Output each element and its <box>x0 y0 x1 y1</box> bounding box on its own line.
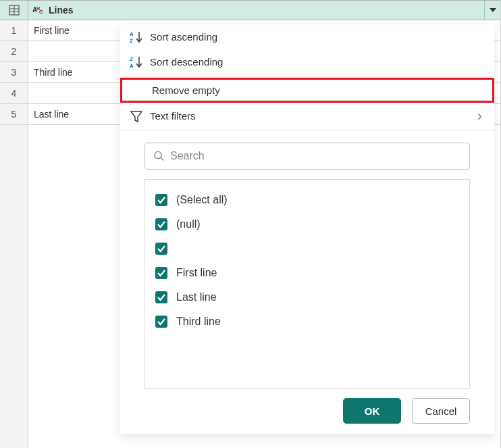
menu-item-label: Text filters <box>150 110 477 122</box>
table-header-row: A B C Lines <box>0 0 500 20</box>
filter-value-label: Third line <box>176 316 221 328</box>
svg-line-16 <box>161 157 163 160</box>
filter-icon <box>130 109 150 123</box>
menu-item-label: Remove empty <box>132 84 480 96</box>
svg-text:Z: Z <box>130 38 133 44</box>
filter-value-label: First line <box>176 267 217 279</box>
svg-rect-19 <box>155 243 167 255</box>
svg-rect-22 <box>155 316 167 328</box>
svg-text:A: A <box>130 31 134 37</box>
table-corner-cell[interactable] <box>0 1 28 20</box>
column-filter-popup: A Z Sort ascending Z A Sort descending R… <box>120 24 494 435</box>
filter-values-list: (Select all) (null) First line Last line… <box>144 179 470 389</box>
row-number: 1 <box>0 20 28 41</box>
filter-value-first-line[interactable]: First line <box>155 261 460 285</box>
svg-marker-14 <box>131 111 142 122</box>
text-filters-item[interactable]: Text filters › <box>120 103 494 128</box>
row-number: 4 <box>0 83 28 103</box>
checkbox-checked-icon <box>155 291 168 304</box>
search-box[interactable] <box>144 143 470 170</box>
row-number: 5 <box>0 104 28 124</box>
svg-text:Z: Z <box>130 56 133 62</box>
column-dropdown-button[interactable] <box>484 1 500 20</box>
sort-descending-item[interactable]: Z A Sort descending <box>120 49 494 74</box>
sort-ascending-item[interactable]: A Z Sort ascending <box>120 24 494 49</box>
remove-empty-item[interactable]: Remove empty <box>120 78 494 103</box>
menu-item-label: Sort descending <box>150 56 482 68</box>
table-icon <box>9 5 20 16</box>
column-header-lines[interactable]: A B C Lines <box>28 1 500 20</box>
svg-rect-21 <box>155 291 167 303</box>
svg-marker-7 <box>490 8 496 12</box>
svg-rect-18 <box>155 218 167 230</box>
sort-asc-icon: A Z <box>130 30 150 44</box>
sort-desc-icon: Z A <box>130 55 150 69</box>
filter-value-label: (null) <box>176 218 201 230</box>
menu-separator <box>120 130 494 130</box>
svg-rect-20 <box>155 267 167 279</box>
checkbox-checked-icon <box>155 315 168 328</box>
filter-null[interactable]: (null) <box>155 212 460 237</box>
checkbox-checked-icon <box>155 266 168 280</box>
button-label: Cancel <box>425 405 457 417</box>
text-type-icon: A B C <box>32 4 45 17</box>
filter-value-label: Last line <box>176 291 217 303</box>
filter-value-label: (Select all) <box>176 194 228 206</box>
button-label: OK <box>365 405 380 417</box>
search-input[interactable] <box>170 150 461 162</box>
row-number: 3 <box>0 62 28 82</box>
svg-text:C: C <box>39 9 43 15</box>
filter-blank[interactable] <box>155 237 460 261</box>
svg-rect-17 <box>155 194 167 206</box>
chevron-down-icon <box>490 8 496 12</box>
dialog-buttons: OK Cancel <box>120 389 494 424</box>
row-number: 2 <box>0 41 28 61</box>
svg-point-15 <box>155 151 161 158</box>
checkbox-checked-icon <box>155 193 168 207</box>
menu-item-label: Sort ascending <box>150 31 482 43</box>
ok-button[interactable]: OK <box>343 398 401 424</box>
svg-text:A: A <box>130 63 134 69</box>
search-icon <box>153 150 165 162</box>
filter-select-all[interactable]: (Select all) <box>155 188 460 212</box>
menu-separator <box>120 76 494 76</box>
checkbox-checked-icon <box>155 218 168 231</box>
cancel-button[interactable]: Cancel <box>412 398 470 424</box>
checkbox-checked-icon <box>155 242 168 255</box>
filter-value-third-line[interactable]: Third line <box>155 309 460 334</box>
column-header-label: Lines <box>49 5 74 16</box>
filter-value-last-line[interactable]: Last line <box>155 285 460 309</box>
chevron-right-icon: › <box>477 107 482 125</box>
